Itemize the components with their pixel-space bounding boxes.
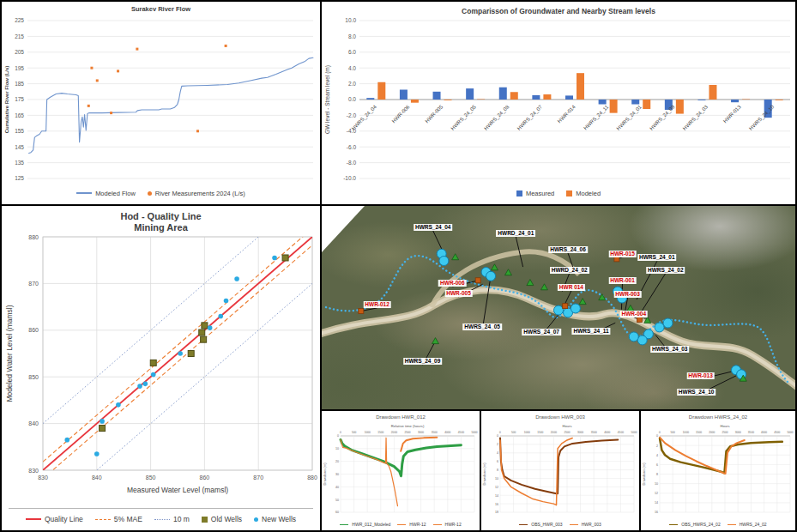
map-label-hwrs_24_02: HWRS_24_02: [646, 267, 685, 274]
legend-item: OBS_HWRS_24_02: [669, 522, 720, 527]
panel-drawdown-hwr003: Drawdown HWR_003 Hours050010001500200025…: [480, 409, 641, 532]
legend-label: OBS_HWRS_24_02: [681, 522, 720, 527]
svg-text:0.0: 0.0: [348, 96, 356, 102]
river-flow-chart: 125135145155165175185195205215225Cumulat…: [2, 15, 318, 185]
svg-text:500: 500: [352, 431, 357, 434]
svg-text:870: 870: [253, 475, 263, 481]
svg-text:175: 175: [15, 96, 24, 102]
svg-text:870: 870: [28, 281, 39, 287]
svg-text:215: 215: [15, 33, 24, 39]
svg-text:225: 225: [15, 17, 24, 23]
line-swatch: [570, 524, 578, 525]
svg-text:18: 18: [495, 511, 498, 514]
well-marker: [439, 256, 449, 265]
svg-text:-10.0: -10.0: [343, 175, 356, 181]
legend-label: New Wells: [262, 515, 296, 523]
dot-swatch: [254, 517, 258, 522]
legend-item: River Measurements 2024 (L/s): [148, 190, 245, 197]
drawdown2-title: Drawdown HWR_003: [481, 411, 639, 422]
dashboard: Surakev River Flow 125135145155165175185…: [0, 0, 797, 532]
svg-text:0: 0: [659, 431, 661, 434]
legend-item: Old Wells: [202, 515, 242, 523]
svg-text:0: 0: [497, 434, 498, 438]
svg-text:830: 830: [38, 475, 48, 481]
legend-label: Measured: [526, 190, 554, 197]
svg-text:4000: 4000: [604, 431, 610, 434]
well-marker: [629, 332, 638, 342]
panel-gw-comparison: Comparisson of Groundwater and Nearby St…: [320, 0, 797, 206]
svg-text:880: 880: [307, 475, 317, 481]
svg-text:500: 500: [511, 431, 516, 434]
svg-text:Modeled Water Level (mamsl): Modeled Water Level (mamsl): [5, 305, 14, 402]
spring-marker: [432, 338, 438, 344]
svg-text:860: 860: [200, 475, 210, 481]
drawdown1-title: Drawdown HWR_012: [322, 411, 480, 422]
line-swatch: [669, 524, 678, 525]
line-swatch: [728, 524, 736, 525]
svg-text:3000: 3000: [577, 431, 583, 434]
svg-text:HWR-005: HWR-005: [424, 104, 444, 124]
map-label-hwr-013: HWR-013: [686, 372, 715, 379]
legend-item: New Wells: [254, 515, 296, 523]
svg-text:12: 12: [495, 486, 498, 489]
svg-text:850: 850: [28, 374, 39, 380]
svg-text:1000: 1000: [683, 431, 689, 434]
well-marker: [655, 323, 664, 332]
svg-text:850: 850: [146, 475, 156, 481]
drawdown3-title: Drawdown HWRS_24_02: [641, 411, 795, 422]
svg-text:HWRS_24_09: HWRS_24_09: [649, 104, 676, 131]
quality-chart-subtitle: Mining Area: [2, 222, 320, 233]
panel-drawdown-hwrs2402: Drawdown HWRS_24_02 Hours050010001500200…: [639, 409, 797, 532]
legend-label: Modeled Flow: [95, 190, 136, 197]
well-marker: [486, 271, 496, 281]
svg-text:3500: 3500: [591, 431, 597, 434]
svg-text:2500: 2500: [404, 431, 410, 434]
drawdown1-legend: HWR_012_ModeledHWR-12HWR-12: [322, 519, 480, 529]
legend-item: 5% MAE: [95, 515, 142, 523]
svg-text:Hours: Hours: [720, 424, 729, 428]
svg-text:4500: 4500: [618, 431, 624, 434]
map-label-hwrd_24_02: HWRD_24_02: [550, 267, 589, 274]
gw-comparison-chart: -10.0-8.0-6.0-4.0-2.00.02.04.06.08.010.0…: [322, 17, 795, 185]
svg-text:125: 125: [15, 175, 24, 181]
legend-label: HWR_012_Modeled: [352, 522, 390, 527]
svg-text:1500: 1500: [696, 431, 702, 434]
legend-item: HWR-12: [433, 522, 462, 527]
svg-text:860: 860: [28, 327, 39, 333]
panel-drawdown-hwr012: Drawdown HWR_012 Relative time (hours)05…: [320, 409, 481, 532]
panel-satellite-map: HWRS_24_04HWRD_24_01HWRS_24_06HWR-015HWR…: [320, 204, 797, 411]
legend-label: 5% MAE: [114, 515, 142, 523]
svg-text:2000: 2000: [709, 431, 715, 434]
svg-text:0: 0: [337, 434, 339, 438]
bars-legend: MeasuredModeled: [322, 185, 795, 201]
legend-label: HWRS_24_02: [740, 522, 767, 527]
svg-text:1500: 1500: [377, 431, 383, 434]
map-label-hwr-012: HWR-012: [363, 301, 391, 308]
map-label-hwrs_24_10: HWRS_24_10: [677, 389, 716, 396]
svg-text:16: 16: [655, 511, 658, 514]
map-label-hwrs_24_05: HWRS_24_05: [462, 323, 502, 330]
dot-swatch: [148, 191, 152, 196]
gauge-marker: [563, 304, 568, 309]
square-swatch: [566, 190, 572, 196]
legend-item: Measured: [516, 190, 554, 197]
svg-text:-2.0: -2.0: [347, 112, 357, 118]
svg-text:HWRS_24_08: HWRS_24_08: [483, 104, 510, 131]
well-marker: [663, 318, 673, 328]
svg-text:Relative time (hours): Relative time (hours): [391, 424, 425, 428]
map-label-hwrs_24_07: HWRS_24_07: [522, 329, 561, 336]
legend-label: Quality Line: [45, 515, 83, 523]
svg-text:HWRS_24_03: HWRS_24_03: [682, 104, 709, 131]
panel-quality-line: Hod - Quality Line Mining Area 830830840…: [0, 204, 322, 532]
svg-text:16: 16: [495, 503, 498, 506]
legend-item: Modeled: [566, 190, 601, 197]
svg-text:HWRS_24_11: HWRS_24_11: [583, 104, 610, 131]
svg-text:3000: 3000: [735, 431, 741, 434]
svg-text:165: 165: [15, 112, 24, 118]
map-label-hwr-006: HWR-006: [438, 280, 467, 287]
map-overlay: [322, 206, 795, 409]
svg-text:4: 4: [497, 451, 498, 455]
svg-text:-6.0: -6.0: [347, 144, 357, 150]
river-chart-title: Surakev River Flow: [2, 2, 320, 15]
drawdown2-chart: Hours05001000150020002500300035004000450…: [481, 422, 639, 519]
